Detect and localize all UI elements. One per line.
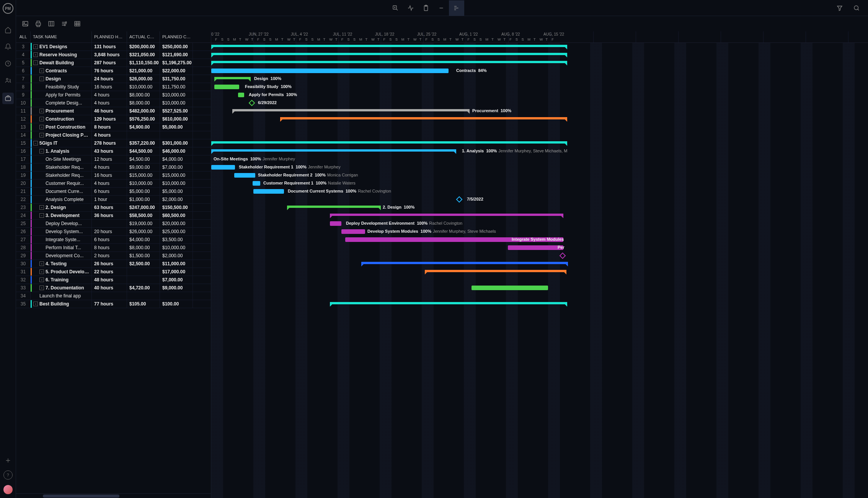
- task-name-cell[interactable]: Complete Desig...: [31, 99, 92, 107]
- summary-bar[interactable]: [211, 149, 456, 152]
- print-icon[interactable]: [34, 20, 42, 28]
- task-row[interactable]: 34Launch the final app: [16, 292, 211, 300]
- expand-toggle[interactable]: +: [39, 133, 44, 137]
- task-bar[interactable]: [234, 173, 255, 178]
- task-row[interactable]: 9Apply for Permits4 hours$8,000.00$10,00…: [16, 91, 211, 99]
- expand-toggle[interactable]: +: [33, 302, 38, 306]
- task-name-cell[interactable]: Develop System...: [31, 228, 92, 235]
- table-icon[interactable]: [73, 20, 81, 28]
- task-row[interactable]: 21Document Curre...6 hours$5,000.00$5,00…: [16, 188, 211, 196]
- summary-bar[interactable]: [330, 214, 563, 216]
- task-name-cell[interactable]: Stakeholder Req...: [31, 163, 92, 171]
- task-row[interactable]: 3+EV1 Designs131 hours$200,000.00$250,00…: [16, 43, 211, 51]
- expand-toggle[interactable]: +: [39, 125, 44, 129]
- task-name-cell[interactable]: +Contracts: [31, 67, 92, 75]
- task-name-cell[interactable]: +Procurement: [31, 107, 92, 115]
- task-name-cell[interactable]: +Reserve Housing: [31, 51, 92, 59]
- task-row[interactable]: 29Development Co...2 hours$1,500.00$2,00…: [16, 252, 211, 260]
- expand-toggle[interactable]: −: [33, 60, 38, 65]
- expand-toggle[interactable]: +: [33, 44, 38, 49]
- col-planned-cost[interactable]: PLANNED CO...: [160, 31, 193, 42]
- task-row[interactable]: 18Stakeholder Req...4 hours$9,000.00$7,0…: [16, 163, 211, 171]
- milestone-diamond[interactable]: [249, 100, 255, 106]
- minus-icon[interactable]: [434, 0, 449, 16]
- help-icon[interactable]: ?: [3, 470, 13, 480]
- home-icon[interactable]: [3, 25, 13, 34]
- task-bar[interactable]: [330, 221, 341, 226]
- task-name-cell[interactable]: Apply for Permits: [31, 91, 92, 99]
- search-icon[interactable]: [849, 0, 864, 16]
- task-row[interactable]: 6+Contracts76 hours$21,000.00$22,000.00: [16, 67, 211, 75]
- summary-bar[interactable]: [211, 61, 567, 63]
- task-row[interactable]: 7−Design24 hours$26,000.00$31,750.00: [16, 75, 211, 83]
- expand-toggle[interactable]: +: [39, 278, 44, 282]
- user-avatar[interactable]: [3, 485, 13, 494]
- task-row[interactable]: 16−1. Analysis43 hours$44,500.00$46,000.…: [16, 147, 211, 155]
- task-row[interactable]: 10Complete Desig...4 hours$8,000.00$10,0…: [16, 99, 211, 107]
- task-row[interactable]: 5−Dewalt Building287 hours$1,110,150.00$…: [16, 59, 211, 67]
- bell-icon[interactable]: [3, 42, 13, 51]
- task-name-cell[interactable]: −5Gigs IT: [31, 139, 92, 147]
- image-icon[interactable]: [21, 20, 29, 28]
- settings-icon[interactable]: [60, 20, 68, 28]
- task-name-cell[interactable]: Perform Initial T...: [31, 244, 92, 251]
- task-row[interactable]: 33+7. Documentation40 hours$4,720.00$9,0…: [16, 284, 211, 292]
- expand-toggle[interactable]: −: [33, 141, 38, 145]
- task-row[interactable]: 15−5Gigs IT278 hours$357,220.00$301,000.…: [16, 139, 211, 147]
- clock-icon[interactable]: [3, 59, 13, 68]
- task-row[interactable]: 24−3. Development36 hours$58,500.00$60,5…: [16, 212, 211, 220]
- summary-bar[interactable]: [211, 141, 567, 144]
- people-icon[interactable]: [3, 76, 13, 85]
- expand-toggle[interactable]: +: [39, 286, 44, 290]
- summary-bar[interactable]: [211, 45, 567, 47]
- task-row[interactable]: 27Integrate Syste...6 hours$4,000.00$3,5…: [16, 236, 211, 244]
- expand-toggle[interactable]: +: [39, 261, 44, 266]
- expand-toggle[interactable]: +: [39, 109, 44, 113]
- task-name-cell[interactable]: On-Site Meetings: [31, 155, 92, 163]
- summary-bar[interactable]: [214, 77, 251, 79]
- task-row[interactable]: 17On-Site Meetings12 hours$4,500.00$4,00…: [16, 155, 211, 163]
- task-name-cell[interactable]: −Design: [31, 75, 92, 83]
- summary-bar[interactable]: [280, 117, 567, 119]
- task-name-cell[interactable]: +EV1 Designs: [31, 43, 92, 51]
- col-all[interactable]: ALL: [16, 31, 31, 42]
- task-name-cell[interactable]: Feasibility Study: [31, 83, 92, 91]
- task-name-cell[interactable]: −Dewalt Building: [31, 59, 92, 67]
- task-bar[interactable]: [472, 286, 548, 290]
- summary-bar[interactable]: [287, 206, 381, 208]
- task-name-cell[interactable]: +6. Training: [31, 276, 92, 284]
- expand-toggle[interactable]: −: [39, 77, 44, 81]
- task-name-cell[interactable]: Analysis Complete: [31, 196, 92, 203]
- progress-bar[interactable]: [211, 69, 449, 73]
- task-name-cell[interactable]: Stakeholder Req...: [31, 171, 92, 179]
- task-row[interactable]: 8Feasibility Study16 hours$10,000.00$11,…: [16, 83, 211, 91]
- task-row[interactable]: 28Perform Initial T...8 hours$8,000.00$1…: [16, 244, 211, 252]
- horizontal-scrollbar[interactable]: [16, 493, 211, 498]
- col-name[interactable]: TASK NAME: [31, 31, 92, 42]
- task-row[interactable]: 23+2. Design63 hours$247,000.00$150,500.…: [16, 204, 211, 212]
- task-name-cell[interactable]: +Construction: [31, 115, 92, 123]
- task-row[interactable]: 22Analysis Complete1 hour$1,000.00$2,000…: [16, 196, 211, 204]
- task-name-cell[interactable]: Integrate Syste...: [31, 236, 92, 243]
- expand-toggle[interactable]: +: [39, 69, 44, 73]
- clipboard-icon[interactable]: [418, 0, 434, 16]
- gantt-icon[interactable]: [449, 0, 464, 16]
- task-bar[interactable]: [341, 229, 365, 234]
- expand-toggle[interactable]: +: [33, 52, 38, 57]
- task-row[interactable]: 20Customer Requir...4 hours$10,000.00$10…: [16, 180, 211, 188]
- expand-toggle[interactable]: +: [39, 269, 44, 274]
- task-row[interactable]: 19Stakeholder Req...16 hours$15,000.00$1…: [16, 171, 211, 180]
- task-bar[interactable]: [253, 189, 284, 194]
- summary-bar[interactable]: [330, 302, 567, 304]
- task-name-cell[interactable]: +4. Testing: [31, 260, 92, 268]
- task-name-cell[interactable]: +Project Closing Pha...: [31, 131, 92, 139]
- task-name-cell[interactable]: +7. Documentation: [31, 284, 92, 292]
- task-name-cell[interactable]: Deploy Develop...: [31, 220, 92, 227]
- col-actual-cost[interactable]: ACTUAL COST: [127, 31, 160, 42]
- task-row[interactable]: 32+6. Training48 hours$7,000.00: [16, 276, 211, 284]
- task-row[interactable]: 30+4. Testing26 hours$2,500.00$11,000.00: [16, 260, 211, 268]
- add-button[interactable]: [3, 456, 13, 465]
- task-name-cell[interactable]: +Best Building: [31, 300, 92, 308]
- col-planned-hours[interactable]: PLANNED HOU...: [92, 31, 127, 42]
- task-name-cell[interactable]: Document Curre...: [31, 188, 92, 195]
